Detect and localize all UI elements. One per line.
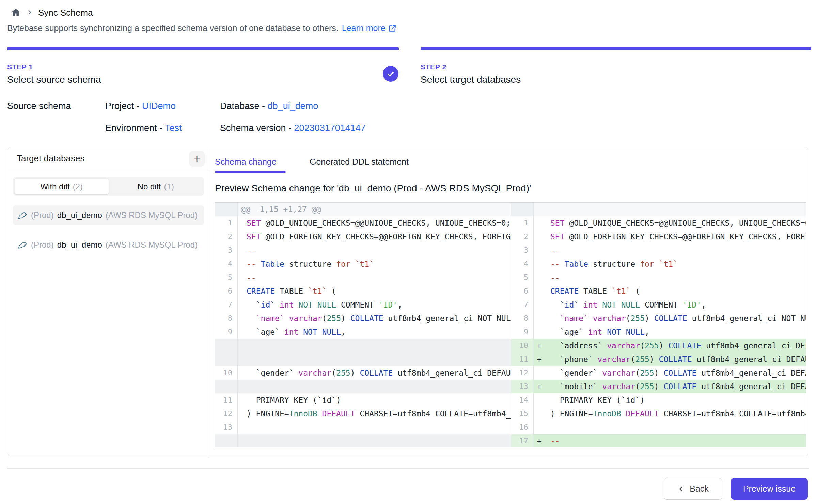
diff-pane-old: @@ -1,15 +1,27 @@1SET @OLD_UNIQUE_CHECKS… bbox=[215, 203, 511, 447]
source-field-database: Database - db_ui_demo bbox=[220, 101, 318, 111]
code-line: -- Table structure for `t1` bbox=[534, 257, 806, 271]
code-line: `name` varchar(255) COLLATE utf8mb4_gene… bbox=[238, 312, 511, 325]
line-number: 15 bbox=[511, 407, 534, 421]
tab-count: (2) bbox=[73, 182, 83, 191]
line-number: 8 bbox=[511, 312, 534, 325]
schema-diff-viewer[interactable]: @@ -1,15 +1,27 @@1SET @OLD_UNIQUE_CHECKS… bbox=[215, 202, 806, 447]
diff-row: 9 `age` int NOT NULL, bbox=[511, 325, 806, 339]
line-number: 2 bbox=[511, 230, 534, 243]
diff-row: 6CREATE TABLE `t1` ( bbox=[215, 284, 511, 298]
target-databases-title: Target databases bbox=[17, 153, 84, 164]
step2-progress-bar bbox=[421, 47, 811, 50]
step1-title: Select source schema bbox=[7, 74, 101, 85]
line-number: 4 bbox=[511, 257, 534, 271]
mysql-icon bbox=[17, 240, 28, 250]
code-line: + `address` varchar(255) COLLATE utf8mb4… bbox=[534, 339, 806, 352]
code-line: `id` int NOT NULL COMMENT 'ID', bbox=[534, 298, 806, 312]
line-number: 3 bbox=[511, 243, 534, 257]
description-text: Bytebase supports synchronizing a specif… bbox=[7, 23, 339, 33]
code-line: -- bbox=[238, 271, 511, 284]
line-number: 4 bbox=[215, 257, 238, 271]
add-database-button[interactable]: + bbox=[189, 151, 205, 167]
database-instance: (AWS RDS MySQL Prod) bbox=[106, 240, 200, 250]
code-line: `gender` varchar(255) COLLATE utf8mb4_ge… bbox=[534, 366, 806, 380]
step2: STEP 2 Select target databases bbox=[421, 63, 521, 85]
diff-row: 17+-- bbox=[511, 434, 806, 447]
step1: STEP 1 Select source schema bbox=[7, 63, 101, 85]
field-separator: - bbox=[134, 101, 142, 111]
step2-label: STEP 2 bbox=[421, 63, 521, 71]
line-number: 17 bbox=[511, 434, 534, 447]
diff-filter-tabs: With diff (2) No diff (1) bbox=[13, 177, 204, 196]
diff-pane-new: 1SET @OLD_UNIQUE_CHECKS=@@UNIQUE_CHECKS,… bbox=[511, 203, 806, 447]
environment-link[interactable]: Test bbox=[165, 123, 182, 133]
diff-row: 1SET @OLD_UNIQUE_CHECKS=@@UNIQUE_CHECKS,… bbox=[215, 216, 511, 230]
diff-row: 3-- bbox=[215, 243, 511, 257]
learn-more-label: Learn more bbox=[342, 23, 386, 33]
line-number: 5 bbox=[215, 271, 238, 284]
preview-issue-button[interactable]: Preview issue bbox=[731, 478, 808, 500]
added-marker: + bbox=[537, 352, 550, 366]
line-number: 1 bbox=[215, 216, 238, 230]
tab-count: (1) bbox=[164, 182, 174, 191]
code-line bbox=[238, 434, 511, 447]
code-line: SET @OLD_UNIQUE_CHECKS=@@UNIQUE_CHECKS, … bbox=[534, 216, 806, 230]
step1-progress-bar bbox=[7, 47, 399, 50]
code-line: SET @OLD_FOREIGN_KEY_CHECKS=@@FOREIGN_KE… bbox=[534, 230, 806, 243]
home-icon[interactable] bbox=[10, 7, 21, 18]
back-button[interactable]: Back bbox=[664, 478, 722, 500]
step2-title: Select target databases bbox=[421, 74, 521, 85]
diff-filler-row bbox=[215, 339, 511, 352]
diff-row: 3-- bbox=[511, 243, 806, 257]
line-number: 13 bbox=[511, 380, 534, 393]
database-environment: (Prod) bbox=[31, 210, 54, 220]
code-line: @@ -1,15 +1,27 @@ bbox=[238, 203, 511, 216]
target-databases-header: Target databases + bbox=[8, 147, 209, 170]
database-link[interactable]: db_ui_demo bbox=[268, 101, 318, 111]
schema-version-link[interactable]: 20230317014147 bbox=[294, 123, 366, 133]
diff-row: 7 `id` int NOT NULL COMMENT 'ID', bbox=[511, 298, 806, 312]
code-line: -- bbox=[534, 243, 806, 257]
database-name: db_ui_demo bbox=[57, 240, 102, 250]
tab-no-diff[interactable]: No diff (1) bbox=[109, 178, 203, 194]
mysql-icon bbox=[17, 210, 28, 220]
line-number bbox=[511, 203, 534, 216]
line-number bbox=[215, 339, 238, 352]
source-field-environment: Environment - Test bbox=[105, 123, 182, 133]
code-line: SET @OLD_UNIQUE_CHECKS=@@UNIQUE_CHECKS, … bbox=[238, 216, 511, 230]
step1-complete-badge bbox=[383, 66, 398, 82]
code-line: -- bbox=[534, 271, 806, 284]
page-description: Bytebase supports synchronizing a specif… bbox=[7, 23, 397, 33]
line-number: 12 bbox=[215, 407, 238, 421]
code-line: `age` int NOT NULL, bbox=[238, 325, 511, 339]
code-line: `age` int NOT NULL, bbox=[534, 325, 806, 339]
tab-schema-change[interactable]: Schema change bbox=[215, 157, 277, 167]
code-line: -- Table structure for `t1` bbox=[238, 257, 511, 271]
code-line: + `mobile` varchar(255) COLLATE utf8mb4_… bbox=[534, 380, 806, 393]
added-marker: + bbox=[537, 339, 550, 352]
learn-more-link[interactable]: Learn more bbox=[342, 23, 397, 33]
project-link[interactable]: UIDemo bbox=[142, 101, 176, 111]
added-marker: + bbox=[537, 380, 550, 393]
tab-with-diff[interactable]: With diff (2) bbox=[14, 178, 109, 194]
tab-generated-ddl[interactable]: Generated DDL statement bbox=[310, 157, 409, 167]
line-number: 7 bbox=[511, 298, 534, 312]
code-line: `id` int NOT NULL COMMENT 'ID', bbox=[238, 298, 511, 312]
diff-row: 12) ENGINE=InnoDB DEFAULT CHARSET=utf8mb… bbox=[215, 407, 511, 421]
diff-row: 2SET @OLD_FOREIGN_KEY_CHECKS=@@FOREIGN_K… bbox=[511, 230, 806, 243]
diff-row: 1SET @OLD_UNIQUE_CHECKS=@@UNIQUE_CHECKS,… bbox=[511, 216, 806, 230]
diff-row: 14 PRIMARY KEY (`id`) bbox=[511, 393, 806, 407]
diff-filler-row bbox=[215, 352, 511, 366]
field-separator: - bbox=[157, 123, 165, 133]
active-tab-underline bbox=[215, 171, 286, 173]
plus-icon: + bbox=[193, 153, 200, 164]
code-line bbox=[534, 203, 806, 216]
database-list-item[interactable]: (Prod) db_ui_demo (AWS RDS MySQL Prod) bbox=[13, 205, 204, 225]
database-name: db_ui_demo bbox=[57, 210, 102, 220]
database-list-item[interactable]: (Prod) db_ui_demo (AWS RDS MySQL Prod) bbox=[13, 235, 204, 255]
line-number: 2 bbox=[215, 230, 238, 243]
line-number: 9 bbox=[511, 325, 534, 339]
field-label: Project bbox=[105, 101, 134, 111]
preview-title: Preview Schema change for 'db_ui_demo (P… bbox=[215, 183, 531, 194]
code-line: +-- bbox=[534, 434, 806, 447]
